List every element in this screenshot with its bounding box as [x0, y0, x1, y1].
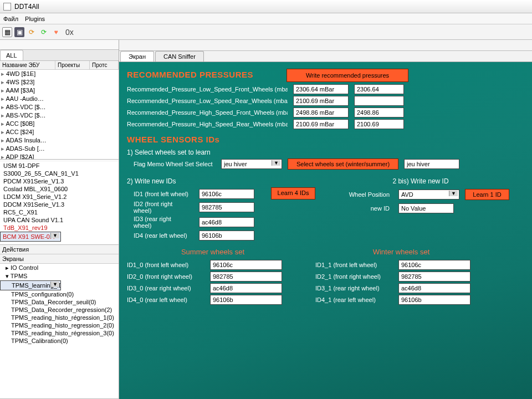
- reload-green-icon[interactable]: ⟳: [39, 27, 49, 37]
- set-id-value[interactable]: [398, 272, 470, 282]
- file-item[interactable]: BCM X91 SWE-0.4: [0, 232, 61, 242]
- file-item[interactable]: USM 91-DPF: [0, 162, 119, 170]
- set-id-value[interactable]: [398, 295, 470, 305]
- set-id-label: ID1_0 (front left wheel): [127, 262, 204, 268]
- ecu-tree-item[interactable]: AAU -Audio…: [0, 95, 119, 103]
- ecu-tree[interactable]: 4WD [$1E]4WS [$23]AAM [$3A]AAU -Audio…AB…: [0, 70, 119, 160]
- set-id-value[interactable]: [210, 260, 282, 270]
- pressure-write-value[interactable]: [354, 96, 404, 106]
- title-bar: DDT4All: [0, 0, 532, 13]
- wheel-position-select[interactable]: AVD: [398, 190, 459, 200]
- file-item[interactable]: RC5_C_X91: [0, 208, 119, 216]
- step2bis-label: 2 bis) Write new ID: [332, 177, 509, 185]
- screen-tree-item[interactable]: TPMS_configuration(0): [0, 290, 119, 298]
- filter-tab-all[interactable]: ALL: [0, 50, 23, 60]
- step1-label: 1) Select wheels set to learn: [127, 149, 524, 156]
- flag-memo-select[interactable]: jeu hiver: [221, 159, 282, 169]
- file-item[interactable]: Coslad MBL_X91_0600: [0, 185, 119, 193]
- learn-1-id-button[interactable]: Learn 1 ID: [465, 189, 509, 200]
- set-id-value[interactable]: [398, 260, 470, 270]
- chip-icon[interactable]: ▣: [14, 27, 24, 37]
- screen-tree-item[interactable]: TPMS_Data_Recorder_seuil(0): [0, 298, 119, 306]
- screen-tree-item[interactable]: TPMS_reading_histo_regression_2(0): [0, 321, 119, 329]
- learn-4-ids-button[interactable]: Learn 4 IDs: [271, 187, 315, 200]
- ecu-tree-item[interactable]: ACC [$24]: [0, 128, 119, 136]
- screen-tree-item[interactable]: ▸ IO Control: [0, 264, 119, 272]
- recommended-pressures-heading: RECOMMENDED PRESSURES: [127, 70, 253, 79]
- step2-label: 2) Write new IDs: [127, 177, 254, 185]
- pressure-label: Recommended_Pressure_Low_Speed_Rear_Whee…: [127, 98, 288, 104]
- flag-memo-label: Flag Memo Wheel Set Select: [127, 161, 216, 167]
- qrcode-icon[interactable]: ▦: [2, 27, 12, 37]
- file-item[interactable]: DDCM X91Serie_V1.3: [0, 201, 119, 208]
- pressure-read-value[interactable]: [293, 119, 349, 129]
- tab-screen[interactable]: Экран: [120, 51, 154, 62]
- ecu-tree-item[interactable]: 4WS [$23]: [0, 78, 119, 86]
- pressure-write-value[interactable]: [354, 84, 404, 94]
- hex-label[interactable]: 0x: [65, 28, 74, 37]
- wheel-sensors-heading: WHEEL SENSORS IDs: [127, 135, 524, 144]
- file-item[interactable]: UPA CAN Sound V1.1: [0, 216, 119, 224]
- screen-tree-item[interactable]: ▾ TPMS: [0, 272, 119, 280]
- ecu-tree-item[interactable]: 4WD [$1E]: [0, 70, 119, 78]
- set-id-value[interactable]: [210, 283, 282, 293]
- winter-set-heading: Winter wheels set: [315, 248, 487, 256]
- right-tabs: Экран CAN Sniffer: [119, 51, 532, 62]
- ecu-tree-item[interactable]: AAM [$3A]: [0, 86, 119, 95]
- menu-file[interactable]: Файл: [3, 16, 18, 22]
- new-id-input[interactable]: [398, 203, 454, 213]
- wheel-position-label: Wheel Position: [332, 191, 393, 198]
- screen-tree-item[interactable]: TPMS_Data_Recorder_regression(2): [0, 306, 119, 314]
- id-input[interactable]: [199, 231, 254, 241]
- pressure-label: Recommended_Pressure_Low_Speed_Front_Whe…: [127, 86, 288, 93]
- screen-tree-item[interactable]: TPMS_Calibration(0): [0, 337, 119, 345]
- ecu-tree-item[interactable]: ABS-VDC [$…: [0, 111, 119, 120]
- ecu-tree-item[interactable]: ADAS-Sub […: [0, 145, 119, 153]
- ecu-tree-item[interactable]: ACC [$0B]: [0, 120, 119, 128]
- pressure-read-value[interactable]: [293, 96, 349, 106]
- set-id-label: ID2_0 (front right wheel): [127, 273, 204, 280]
- set-id-value[interactable]: [210, 295, 282, 305]
- new-id-label: new ID: [332, 205, 393, 212]
- id-input[interactable]: [199, 202, 254, 212]
- pressure-write-value[interactable]: [354, 108, 404, 117]
- file-item[interactable]: PDCM X91Serie_V1.3: [0, 177, 119, 185]
- select-wheels-set-button[interactable]: Select wheels set (winter/summer): [288, 158, 398, 170]
- pressure-read-value[interactable]: [293, 84, 349, 94]
- id-input[interactable]: [199, 217, 254, 227]
- set-id-value[interactable]: [210, 272, 282, 282]
- ecu-tree-item[interactable]: ADAS Insula…: [0, 136, 119, 145]
- heart-icon[interactable]: ♥: [51, 27, 61, 37]
- menu-plugins[interactable]: Plugins: [25, 16, 45, 22]
- id-label: ID2 (front right wheel): [127, 201, 193, 214]
- set-id-label: ID3_0 (rear right wheel): [127, 285, 204, 291]
- pressure-read-value[interactable]: [293, 108, 349, 117]
- write-recommended-pressures-button[interactable]: Write recommended pressures: [287, 69, 408, 82]
- screen-tree-item[interactable]: TPMS_learning_ID_Pressures(0): [0, 280, 61, 290]
- pressure-write-value[interactable]: [354, 119, 404, 129]
- set-id-value[interactable]: [398, 283, 470, 293]
- menu-bar: Файл Plugins: [0, 13, 532, 24]
- id-label: ID1 (front left wheel): [127, 191, 193, 197]
- screens-section[interactable]: Экраны: [0, 254, 119, 264]
- screen-tree-item[interactable]: TPMS_reading_histo_régression_3(0): [0, 329, 119, 337]
- ecu-tree-item[interactable]: ABS-VDC [$…: [0, 103, 119, 111]
- file-item[interactable]: LDCM X91_Serie_V1.2: [0, 193, 119, 201]
- file-list[interactable]: USM 91-DPFS3000_26_55_CAN_91_V1PDCM X91S…: [0, 162, 119, 245]
- refresh-icon[interactable]: ⟳: [27, 27, 37, 37]
- screens-tree[interactable]: ▸ IO Control▾ TPMSTPMS_learning_ID_Press…: [0, 264, 119, 399]
- set-id-label: ID4_0 (rear left wheel): [127, 296, 204, 303]
- file-item[interactable]: TdB_X91_rev19: [0, 224, 119, 232]
- selected-set-display[interactable]: [404, 159, 459, 169]
- set-id-label: ID3_1 (rear right wheel): [315, 285, 393, 291]
- ecu-tree-item[interactable]: ADP [$2A]: [0, 153, 119, 160]
- pressure-label: Recommended_Pressure_High_Speed_Rear_Whe…: [127, 121, 288, 127]
- summer-set-heading: Summer wheels set: [127, 248, 299, 256]
- screen-tree-item[interactable]: TPMS_reading_histo_régression_1(0): [0, 314, 119, 321]
- main-canvas: RECOMMENDED PRESSURES Write recommended …: [119, 62, 532, 399]
- file-item[interactable]: S3000_26_55_CAN_91_V1: [0, 170, 119, 177]
- actions-section[interactable]: Действия: [0, 245, 119, 254]
- ecu-list-header: Название ЭБУ Проекты Протс: [0, 61, 119, 70]
- id-input[interactable]: [199, 189, 254, 199]
- tab-can-sniffer[interactable]: CAN Sniffer: [155, 51, 204, 62]
